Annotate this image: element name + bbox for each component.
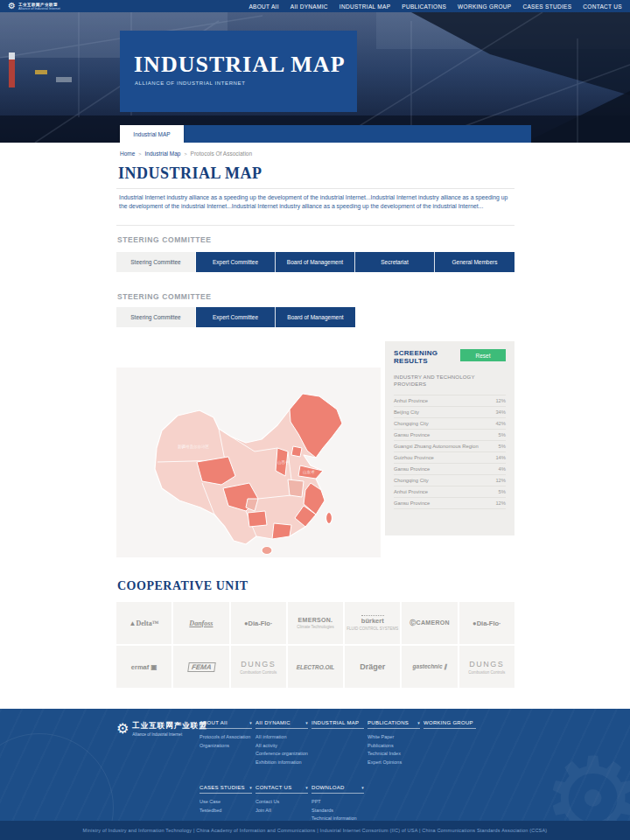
footer-col-title-industrial-map[interactable]: INDUSTRIAL MAP [312,720,364,729]
footer-col-label: DOWNLOAD [312,785,345,790]
footer-col-title-contact[interactable]: CONTACT US ▾ [256,785,308,794]
partner-logo-text: EMERSON. [298,617,333,623]
screening-row[interactable]: Guangxi Zhuang Autonomous Region 5% [394,441,506,452]
partner-logo-text: gastechnic ∥ [413,663,447,670]
footer-col-title-working-group[interactable]: WORKING GROUP [424,720,476,729]
partner-logo-text: Dräger [360,662,385,671]
partner-logo-gastechnic[interactable]: gastechnic ∥ [402,646,457,688]
screening-row[interactable]: Chongqing City 12% [394,475,506,486]
province-percentage: 5% [499,489,506,494]
tab-board-of-management[interactable]: Board of Management [276,307,355,327]
footer-col-title-publications[interactable]: PUBLICATIONS ▾ [368,720,420,729]
province-name: Chongqing City [394,478,429,483]
tab-general-members[interactable]: General Members [435,252,514,272]
footer-link[interactable]: Expert Opinions [368,759,420,767]
partner-logo-delta[interactable]: ▲Delta™ [116,602,172,644]
footer-logo[interactable]: ⚙ 工业互联网产业联盟 Alliance of Industrial Inter… [116,721,207,737]
footer-columns-row2: CASES STUDIES ▾ Use CaseTestedbed CONTAC… [200,785,368,821]
nav-item[interactable]: WORKING GROUP [458,4,511,10]
section-heading-steering-committee-1: STEERING COMMITTEE [117,235,212,244]
footer-link[interactable]: Standards [312,807,364,816]
screening-row[interactable]: Guizhou Province 14% [394,452,506,464]
screening-row[interactable]: Gansu Province 4% [394,464,506,475]
nav-item[interactable]: ABOUT AII [248,4,278,10]
footer-col-about: ABOUT AII ▾ Protocols of AssociationOrga… [200,720,252,766]
footer-link[interactable]: PPT [312,798,364,807]
partner-logo-diaflo[interactable]: ●Dia-Flo· [231,602,286,644]
tab-board-of-management[interactable]: Board of Management [276,252,355,272]
footer-link[interactable]: White Paper [368,733,420,742]
breadcrumb-industrial-map[interactable]: Industrial Map [145,150,181,157]
brand-name-cn: 工业互联网产业联盟 [18,3,60,7]
partner-logo-emerson[interactable]: EMERSON.Climate Technologies [288,602,343,644]
footer-link[interactable]: AII activity [256,742,308,751]
footer-link[interactable]: Conference organization [256,750,308,759]
tab-steering-committee[interactable]: Steering Committee [116,307,196,327]
partner-logo-ermaf[interactable]: ermaf ▣ [116,646,172,688]
footer-link[interactable]: Publications [368,742,420,751]
tab-steering-committee[interactable]: Steering Committee [116,252,196,272]
screening-row[interactable]: Anhui Province 5% [394,486,506,498]
footer-col-title-dynamic[interactable]: AII DYNAMIC ▾ [256,720,308,729]
partner-logo-subtext: FLUID CONTROL SYSTEMS [346,626,398,631]
hero-title-box: INDUSTRIAL MAP ALLIANCE OF INDUSTRIAL IN… [120,31,357,112]
screening-row[interactable]: Chongqing City 42% [394,418,506,430]
brand-logo[interactable]: ⚙ 工业互联网产业联盟 Alliance of Industrial Inter… [8,2,60,10]
screening-row[interactable]: Anhui Province 12% [394,396,506,407]
footer-link[interactable]: Contact Us [256,798,308,807]
partner-logo-electrooil[interactable]: ELECTRO.OIL [288,646,343,688]
partner-logo-text: ▲Delta™ [130,620,159,627]
china-map[interactable]: 新疆维吾尔自治区 山西省 山东省 [116,368,381,557]
footer-col-label: INDUSTRIAL MAP [312,720,359,725]
screening-row[interactable]: Gansu Province 12% [394,498,506,509]
tab-industrial-map[interactable]: Industrial MAP [120,125,184,143]
hero-tab-strip: Industrial MAP [120,125,531,143]
partner-logo-danfoss[interactable]: Danfoss [173,602,228,644]
chevron-down-icon: ▾ [249,785,252,790]
tab-expert-committee[interactable]: Expert Committee [196,307,276,327]
partner-logo-dungs[interactable]: DUNGSCombustion Controls [459,646,514,688]
partner-logo-fema[interactable]: FEMA [173,646,228,688]
screening-rows: Anhui Province 12% Beijing City 34% Chon… [394,395,506,509]
footer-link[interactable]: AII information [256,733,308,742]
tab-secretariat[interactable]: Secretariat [355,252,435,272]
nav-item[interactable]: CONTACT US [583,4,622,10]
footer-link[interactable]: Organizations [200,742,252,751]
chevron-down-icon: ▾ [249,720,252,725]
footer-col-title-cases[interactable]: CASES STUDIES ▾ [200,785,252,794]
breadcrumb-home[interactable]: Home [120,150,135,157]
footer-link[interactable]: Join AII [256,807,308,816]
partner-logo-burkert[interactable]: bürkertFLUID CONTROL SYSTEMS [345,602,400,644]
footer-link[interactable]: Testedbed [200,807,252,816]
nav-item[interactable]: AII DYNAMIC [290,4,328,10]
partner-logo-dungs[interactable]: DUNGSCombustion Controls [231,646,286,688]
nav-item[interactable]: PUBLICATIONS [402,4,446,10]
footer-col-cases: CASES STUDIES ▾ Use CaseTestedbed [200,785,252,821]
partner-logo-cameron[interactable]: ⒸCAMERON [402,602,457,644]
nav-item[interactable]: CASES STUDIES [522,4,571,10]
tab-expert-committee[interactable]: Expert Committee [196,252,276,272]
footer-col-title-about[interactable]: ABOUT AII ▾ [200,720,252,729]
partner-organizations-text: Ministry of Industry and Information Tec… [83,828,548,833]
footer-link[interactable]: Technical information [312,815,364,821]
hero-banner: INDUSTRIAL MAP ALLIANCE OF INDUSTRIAL IN… [0,12,630,143]
footer-link[interactable]: Protocols of Association [200,733,252,742]
footer-col-label: CONTACT US [256,785,291,790]
footer-link[interactable]: Exhibition information [256,759,308,767]
screening-results-title: SCREENING RESULTS [394,349,450,365]
hero-title: INDUSTRIAL MAP [134,52,357,78]
screening-row[interactable]: Beijing City 34% [394,407,506,418]
map-label-shanxi: 山西省 [277,459,290,465]
footer-col-label: ABOUT AII [200,720,228,725]
footer-logo-en: Alliance of Industrial Internet [132,732,207,737]
partner-logo-text: bürkert [361,615,384,625]
footer-link[interactable]: Technical Index [368,750,420,759]
screening-row[interactable]: Gansu Province 5% [394,430,506,441]
footer-link[interactable]: Use Case [200,798,252,807]
footer: ⚙ ⚙ 工业互联网产业联盟 Alliance of Industrial Int… [0,709,630,821]
reset-button[interactable]: Reset [460,349,506,361]
partner-logo-diaflo[interactable]: ●Dia-Flo· [459,602,514,644]
partner-logo-drager[interactable]: Dräger [345,646,400,688]
footer-col-title-download[interactable]: DOWNLOAD ▾ [312,785,364,794]
nav-item[interactable]: INDUSTRIAL MAP [340,4,391,10]
